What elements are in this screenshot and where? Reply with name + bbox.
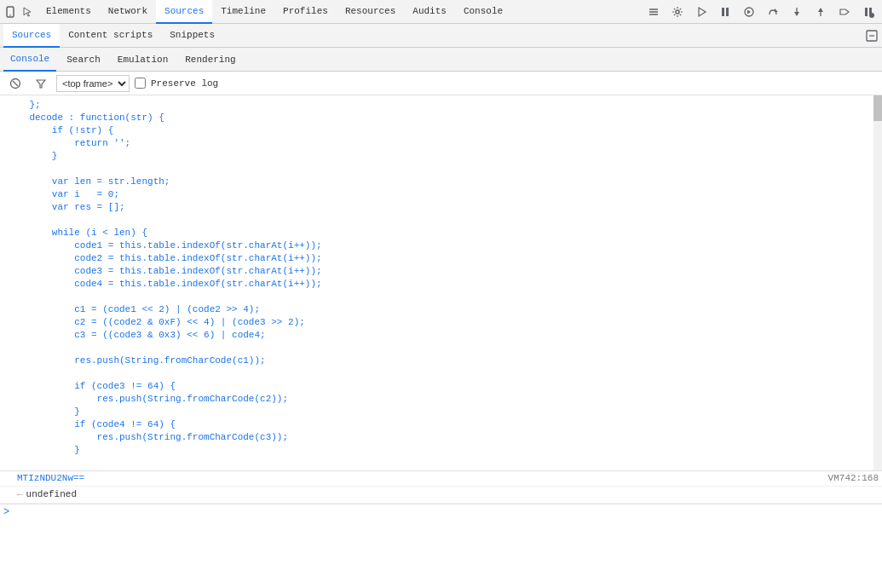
svg-marker-6	[699, 8, 706, 16]
console-result-line: ← undefined	[0, 487, 882, 504]
console-toolbar: Console Search Emulation Rendering	[0, 48, 882, 72]
svg-rect-8	[726, 8, 729, 16]
svg-rect-7	[722, 8, 724, 16]
tab-rendering[interactable]: Rendering	[178, 48, 242, 72]
pause-on-exceptions-icon[interactable]	[858, 2, 879, 22]
tab-sources[interactable]: Sources	[3, 24, 60, 48]
code-area[interactable]: }; decode : function(str) { if (!str) { …	[0, 95, 882, 470]
tab-search[interactable]: Search	[60, 48, 107, 72]
step-over-icon[interactable]	[763, 2, 783, 22]
scrollbar-thumb[interactable]	[873, 95, 882, 121]
phone-icon[interactable]	[3, 5, 17, 19]
svg-point-17	[869, 13, 874, 18]
svg-marker-12	[794, 12, 799, 16]
tab-snippets[interactable]: Snippets	[161, 24, 223, 48]
svg-point-1	[9, 14, 11, 16]
filter-icon[interactable]	[31, 73, 51, 94]
prompt-icon: >	[3, 506, 9, 518]
sources-toolbar: Sources Content scripts Snippets	[0, 24, 882, 48]
console-result-text: undefined	[26, 488, 77, 501]
deactivate-breakpoints-icon[interactable]	[834, 2, 855, 22]
vertical-scrollbar[interactable]	[873, 95, 882, 470]
console-output-text: MTIzNDU2Nw==	[17, 472, 828, 485]
tab-content-scripts[interactable]: Content scripts	[60, 24, 161, 48]
pause-columns-icon[interactable]	[715, 2, 735, 22]
nav-profiles[interactable]: Profiles	[274, 0, 337, 24]
play-icon[interactable]	[691, 2, 712, 22]
cursor-icon[interactable]	[20, 5, 34, 19]
expand-icon[interactable]	[865, 29, 879, 43]
result-arrow-icon: ←	[17, 488, 23, 501]
nav-timeline[interactable]: Timeline	[212, 0, 274, 24]
resume-icon[interactable]	[739, 2, 759, 22]
nav-icons-right	[643, 2, 879, 22]
nav-audits[interactable]: Audits	[404, 0, 455, 24]
devtools-window: Elements Network Sources Timeline Profil…	[0, 0, 882, 588]
filter-bar: <top frame> Preserve log	[0, 72, 882, 95]
nav-resources[interactable]: Resources	[337, 0, 404, 24]
nav-console[interactable]: Console	[455, 0, 511, 24]
preserve-log-checkbox[interactable]	[135, 78, 146, 89]
run-snippets-icon[interactable]	[643, 2, 664, 22]
tab-console[interactable]: Console	[3, 48, 56, 72]
svg-point-5	[676, 10, 679, 14]
nav-elements[interactable]: Elements	[37, 0, 100, 24]
svg-marker-10	[775, 9, 778, 12]
frame-selector[interactable]: <top frame>	[56, 75, 130, 92]
top-nav-bar: Elements Network Sources Timeline Profil…	[0, 0, 882, 24]
svg-line-21	[13, 81, 18, 86]
step-out-icon[interactable]	[810, 2, 831, 22]
code-content: }; decode : function(str) { if (!str) { …	[0, 95, 882, 470]
console-input[interactable]	[13, 507, 879, 517]
console-output-line: MTIzNDU2Nw== VM742:168	[0, 471, 882, 487]
svg-marker-14	[818, 8, 823, 12]
console-output-location: VM742:168	[828, 472, 879, 485]
nav-network[interactable]: Network	[100, 0, 156, 24]
console-input-row: >	[0, 504, 882, 520]
console-area: MTIzNDU2Nw== VM742:168 ← undefined >	[0, 470, 882, 520]
preserve-log-label: Preserve log	[151, 78, 218, 89]
svg-rect-15	[865, 8, 868, 16]
tab-emulation[interactable]: Emulation	[111, 48, 175, 72]
nav-sources[interactable]: Sources	[156, 0, 212, 24]
settings-icon[interactable]	[667, 2, 688, 22]
clear-console-icon[interactable]	[5, 73, 26, 94]
step-into-icon[interactable]	[787, 2, 807, 22]
